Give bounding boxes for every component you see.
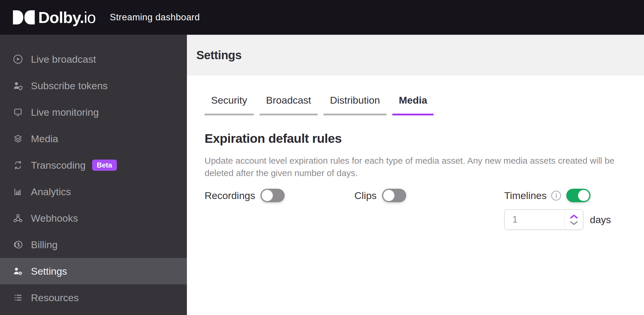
recordings-control: Recordings: [205, 189, 354, 202]
sidebar-item-label: Media: [31, 133, 58, 145]
sidebar-item-live-broadcast[interactable]: Live broadcast: [0, 46, 187, 72]
sidebar-item-settings[interactable]: Settings: [0, 258, 187, 284]
sidebar-nav: Live broadcast Subscribe tokens Live mon…: [0, 35, 187, 315]
logo-wordmark-bold: Dolby.: [38, 9, 84, 26]
expiration-days-input[interactable]: [505, 210, 565, 229]
sidebar-item-label: Settings: [31, 266, 67, 277]
sidebar-item-resources[interactable]: Resources: [0, 284, 187, 311]
tab-security[interactable]: Security: [205, 94, 254, 115]
toggle-knob: [578, 190, 589, 201]
toggle-knob: [262, 190, 273, 201]
tab-distribution[interactable]: Distribution: [323, 94, 386, 115]
clips-control: Clips: [354, 189, 504, 202]
webhooks-icon: [13, 213, 23, 223]
page-header-band: Settings: [187, 35, 644, 76]
tab-media[interactable]: Media: [392, 94, 434, 115]
logo-wordmark: Dolby.io: [38, 8, 96, 26]
days-unit-label: days: [590, 214, 611, 226]
sidebar-item-label: Transcoding: [31, 160, 86, 171]
timelines-toggle[interactable]: [566, 189, 590, 202]
settings-user-gear-icon: [13, 266, 23, 276]
sidebar-item-analytics[interactable]: Analytics: [0, 178, 187, 205]
chevron-up-icon[interactable]: [570, 214, 578, 219]
app-shell: Live broadcast Subscribe tokens Live mon…: [0, 35, 644, 315]
dolby-logo: Dolby.io: [13, 8, 96, 26]
sidebar-item-transcoding[interactable]: Transcoding Beta: [0, 152, 187, 178]
clips-label: Clips: [354, 190, 377, 201]
sidebar-item-label: Webhooks: [31, 213, 78, 224]
timelines-expiration-row: days: [504, 209, 626, 230]
page-title: Settings: [196, 49, 242, 62]
app-title: Streaming dashboard: [110, 12, 200, 23]
sidebar-item-subscribe-tokens[interactable]: Subscribe tokens: [0, 72, 187, 99]
chevron-down-icon[interactable]: [570, 221, 578, 225]
sidebar-item-label: Live broadcast: [31, 54, 96, 65]
sidebar-item-label: Billing: [31, 239, 58, 251]
sidebar-item-webhooks[interactable]: Webhooks: [0, 205, 187, 231]
recordings-toggle[interactable]: [260, 189, 285, 202]
info-icon[interactable]: i: [551, 191, 561, 200]
billing-coin-icon: [13, 239, 23, 250]
subscribe-tokens-icon: [13, 80, 23, 91]
analytics-chart-icon: [13, 186, 23, 197]
dolby-double-d-logo-icon: [13, 10, 35, 24]
sidebar-item-label: Live monitoring: [31, 107, 99, 118]
timelines-control: Timelines i: [504, 189, 626, 202]
expiration-toggles-row: Recordings Clips Timelines i: [205, 189, 626, 202]
timelines-label: Timelines: [504, 190, 547, 201]
number-stepper: [565, 210, 583, 229]
expiration-days-field: [504, 209, 583, 230]
sidebar-item-live-monitoring[interactable]: Live monitoring: [0, 99, 187, 125]
tab-broadcast[interactable]: Broadcast: [260, 94, 318, 115]
beta-badge: Beta: [92, 160, 117, 171]
top-header-bar: Dolby.io Streaming dashboard: [0, 0, 644, 35]
live-broadcast-icon: [13, 54, 23, 64]
media-layers-icon: [13, 133, 23, 144]
logo-wordmark-io: io: [84, 9, 96, 26]
live-monitoring-icon: [13, 107, 23, 117]
sidebar-item-media[interactable]: Media: [0, 125, 187, 152]
settings-content: Security Broadcast Distribution Media Ex…: [187, 76, 644, 230]
settings-tab-bar: Security Broadcast Distribution Media: [205, 94, 626, 115]
sidebar-item-billing[interactable]: Billing: [0, 231, 187, 258]
app-window: Dolby.io Streaming dashboard Live broadc…: [0, 0, 644, 315]
sidebar-item-label: Resources: [31, 292, 79, 304]
sidebar-item-label: Subscribe tokens: [31, 80, 108, 92]
section-heading: Expiration default rules: [205, 131, 626, 146]
sidebar-item-label: Analytics: [31, 186, 71, 198]
resources-list-icon: [13, 292, 23, 303]
clips-toggle[interactable]: [382, 189, 406, 202]
toggle-knob: [383, 190, 394, 201]
recordings-label: Recordings: [205, 190, 255, 201]
transcoding-sync-icon: [13, 160, 23, 170]
main-area: Settings Security Broadcast Distribution…: [187, 35, 644, 315]
section-description: Update account level expiration rules fo…: [205, 155, 626, 179]
